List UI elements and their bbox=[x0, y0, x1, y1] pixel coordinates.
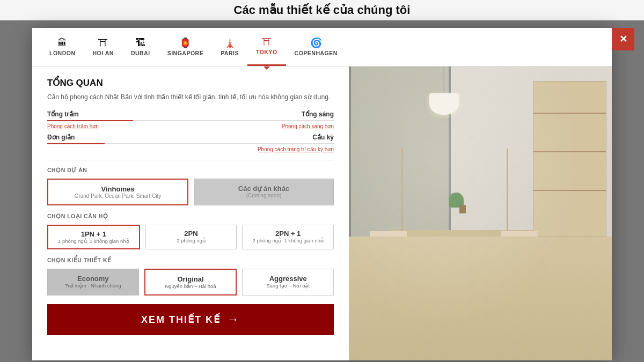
copenhagen-icon: 🌀 bbox=[310, 37, 322, 49]
overview-title: TỔNG QUAN bbox=[47, 77, 334, 88]
apt-2pn[interactable]: 2PN 2 phòng ngủ bbox=[145, 225, 237, 249]
slider1-labels: Tổng trầm Tổng sáng bbox=[47, 110, 334, 118]
vinhomes-sub: Grand Park, Ocean Park, Smart City bbox=[55, 193, 181, 199]
slider1-left-label: Tổng trầm bbox=[47, 110, 79, 118]
page-title-bar: Các mẫu thiết kế của chúng tôi bbox=[0, 0, 644, 20]
apt-2pn-sub: 2 phòng ngủ bbox=[151, 238, 231, 243]
tab-navigation: 🏛 LONDON ⛩ HOI AN 🏗 DUBAI 🏮 SINGAPORE 🗼 … bbox=[32, 28, 612, 67]
style-options: Economy Tiết kiệm - Nhanh chóng Original… bbox=[47, 269, 334, 295]
apt-1pn1-main: 1PN + 1 bbox=[54, 230, 134, 238]
cta-arrow: → bbox=[227, 313, 240, 327]
slider-tone[interactable]: Tổng trầm Tổng sáng Phong cách trầm hơn … bbox=[47, 110, 334, 129]
slider2-left-label: Đơn giản bbox=[47, 134, 75, 141]
project-other[interactable]: Các dự án khác (Coming soon) bbox=[194, 179, 334, 205]
slider2-track[interactable] bbox=[47, 143, 334, 144]
style-title: CHỌN KIỂU THIẾT KẾ bbox=[47, 257, 334, 263]
slider1-left-sub[interactable]: Phong cách trầm hơn bbox=[47, 123, 99, 129]
slider2-labels: Đơn giản Cầu kỳ bbox=[47, 134, 334, 141]
paris-icon: 🗼 bbox=[224, 37, 236, 49]
right-panel bbox=[349, 67, 612, 360]
london-icon: 🏛 bbox=[57, 38, 67, 49]
dubai-icon: 🏗 bbox=[136, 38, 145, 49]
apt-2pn-main: 2PN bbox=[151, 230, 231, 238]
tab-london[interactable]: 🏛 LONDON bbox=[41, 28, 84, 66]
overview-desc: Căn hộ phong cách Nhật Bản với tinh thần… bbox=[47, 92, 334, 102]
style-aggressive-sub: Sáng tạo – Nổi bật bbox=[247, 283, 329, 289]
left-panel: TỔNG QUAN Căn hộ phong cách Nhật Bản với… bbox=[32, 67, 349, 360]
apt-2pn1-sub: 2 phòng ngủ, 1 không gian nhỏ bbox=[248, 238, 328, 243]
apt-1pn1-sub: 1 phòng ngủ, 1 không gian nhỏ bbox=[54, 238, 134, 244]
slider-style[interactable]: Đơn giản Cầu kỳ Phong cách trang trí cầu… bbox=[47, 134, 334, 152]
room-scene bbox=[349, 67, 612, 360]
slider2-right-sub[interactable]: Phong cách trang trí cầu kỳ hơn bbox=[258, 146, 334, 152]
apt-title: CHỌN LOẠI CĂN HỘ bbox=[47, 213, 334, 219]
singapore-icon: 🏮 bbox=[179, 37, 191, 49]
slider1-fill bbox=[47, 120, 133, 121]
tab-tokyo-label: TOKYO bbox=[256, 49, 277, 55]
slider1-right-sub[interactable]: Phong cách sáng hơn bbox=[282, 123, 334, 129]
project-vinhomes[interactable]: Vinhomes Grand Park, Ocean Park, Smart C… bbox=[47, 179, 188, 205]
modal-body: TỔNG QUAN Căn hộ phong cách Nhật Bản với… bbox=[32, 67, 612, 360]
tab-paris-label: PARIS bbox=[221, 50, 239, 56]
style-economy-main: Economy bbox=[52, 275, 134, 283]
tab-copenhagen[interactable]: 🌀 COPENHAGEN bbox=[286, 28, 346, 66]
style-aggressive[interactable]: Aggressive Sáng tạo – Nổi bật bbox=[242, 269, 334, 295]
tab-dubai-label: DUBAI bbox=[131, 50, 150, 56]
close-icon: ✕ bbox=[619, 33, 627, 45]
close-button[interactable]: ✕ bbox=[612, 28, 634, 50]
project-title: CHỌN DỰ ÁN bbox=[47, 167, 334, 173]
modal-overlay: ✕ 🏛 LONDON ⛩ HOI AN 🏗 DUBAI 🏮 SINGAPORE … bbox=[0, 20, 644, 362]
tab-hoian-label: HOI AN bbox=[93, 50, 114, 56]
tab-active-indicator bbox=[264, 67, 270, 70]
tab-singapore[interactable]: 🏮 SINGAPORE bbox=[159, 28, 213, 66]
style-original[interactable]: Original Nguyên bản – Hài hoà bbox=[144, 269, 237, 295]
style-economy-sub: Tiết kiệm - Nhanh chóng bbox=[52, 283, 134, 289]
slider1-sublabels: Phong cách trầm hơn Phong cách sáng hơn bbox=[47, 123, 334, 129]
other-sub: (Coming soon) bbox=[201, 193, 327, 198]
other-main: Các dự án khác bbox=[201, 184, 327, 193]
project-options: Vinhomes Grand Park, Ocean Park, Smart C… bbox=[47, 179, 334, 205]
tab-paris[interactable]: 🗼 PARIS bbox=[212, 28, 247, 66]
tab-singapore-label: SINGAPORE bbox=[167, 50, 204, 56]
tab-london-label: LONDON bbox=[49, 50, 76, 56]
apt-options: 1PN + 1 1 phòng ngủ, 1 không gian nhỏ 2P… bbox=[47, 225, 334, 249]
apt-2pn1[interactable]: 2PN + 1 2 phòng ngủ, 1 không gian nhỏ bbox=[242, 225, 334, 249]
slider2-right-label: Cầu kỳ bbox=[312, 134, 334, 141]
slider2-sublabels: Phong cách trang trí cầu kỳ hơn bbox=[47, 146, 334, 152]
tab-tokyo[interactable]: ⛩ TOKYO bbox=[247, 28, 286, 66]
style-aggressive-main: Aggressive bbox=[247, 275, 329, 283]
cta-label: XEM THIẾT KẾ bbox=[141, 314, 221, 326]
tokyo-icon: ⛩ bbox=[262, 36, 272, 48]
divider1 bbox=[47, 160, 334, 160]
tab-copenhagen-label: COPENHAGEN bbox=[295, 50, 338, 56]
slider2-fill bbox=[47, 143, 105, 144]
style-economy[interactable]: Economy Tiết kiệm - Nhanh chóng bbox=[47, 269, 139, 295]
hoian-icon: ⛩ bbox=[98, 38, 108, 49]
tab-hoian[interactable]: ⛩ HOI AN bbox=[84, 28, 122, 66]
apt-2pn1-main: 2PN + 1 bbox=[248, 230, 328, 238]
style-original-sub: Nguyên bản – Hài hoà bbox=[150, 283, 232, 289]
style-original-main: Original bbox=[150, 275, 232, 283]
vinhomes-main: Vinhomes bbox=[55, 185, 181, 193]
modal: ✕ 🏛 LONDON ⛩ HOI AN 🏗 DUBAI 🏮 SINGAPORE … bbox=[32, 28, 612, 360]
slider1-track[interactable] bbox=[47, 120, 334, 121]
cta-button[interactable]: XEM THIẾT KẾ → bbox=[47, 304, 334, 335]
page-title: Các mẫu thiết kế của chúng tôi bbox=[234, 3, 411, 17]
tab-dubai[interactable]: 🏗 DUBAI bbox=[122, 28, 159, 66]
apt-1pn1[interactable]: 1PN + 1 1 phòng ngủ, 1 không gian nhỏ bbox=[47, 225, 140, 249]
slider1-right-label: Tổng sáng bbox=[302, 110, 334, 118]
